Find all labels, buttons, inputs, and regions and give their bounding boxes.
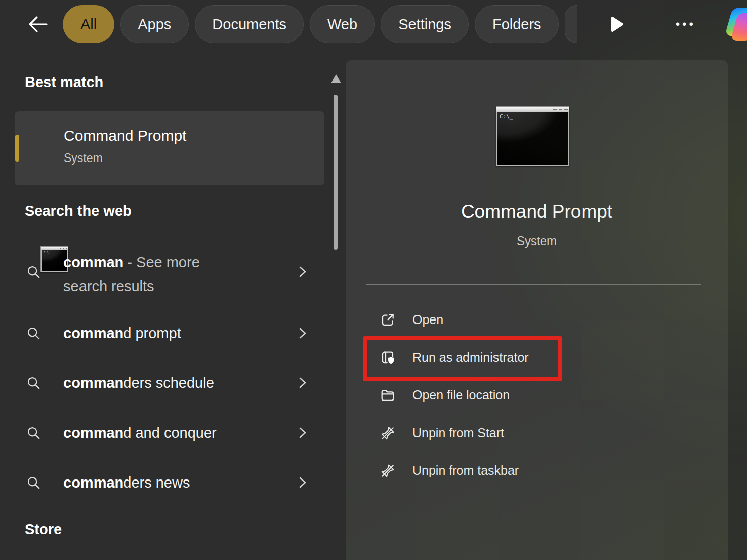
search-icon bbox=[26, 375, 41, 390]
scrollbar-thumb[interactable] bbox=[334, 95, 338, 250]
filter-tab-clipped[interactable] bbox=[565, 5, 577, 43]
play-icon bbox=[606, 14, 626, 34]
action-unpin-from-taskbar[interactable]: Unpin from taskbar bbox=[346, 452, 728, 490]
cmd-icon-titlebar bbox=[496, 107, 569, 112]
back-button[interactable] bbox=[27, 13, 50, 35]
unpin-icon bbox=[380, 425, 397, 441]
filter-tab-all[interactable]: All bbox=[63, 5, 114, 43]
search-icon bbox=[26, 264, 41, 279]
result-preview-panel: C:\_ Command Prompt System Open bbox=[346, 60, 728, 560]
copilot-ribbon-icon bbox=[724, 6, 747, 43]
action-unpin-from-start[interactable]: Unpin from Start bbox=[346, 414, 728, 452]
folder-icon bbox=[380, 387, 397, 404]
copilot-logo-icon[interactable] bbox=[724, 6, 747, 43]
unpin-icon bbox=[380, 463, 397, 479]
web-suggestion-command-and-conquer[interactable]: command and conquer bbox=[26, 418, 308, 448]
search-the-web-heading: Search the web bbox=[25, 203, 132, 219]
cmd-icon-screen: C:\_ bbox=[497, 112, 568, 165]
chevron-right-icon bbox=[297, 375, 308, 390]
action-label: Open bbox=[412, 312, 443, 327]
chevron-right-icon bbox=[297, 475, 308, 490]
more-options-button[interactable]: ••• bbox=[676, 17, 696, 31]
action-list: Open Run as administrator Open file bbox=[346, 301, 728, 490]
web-suggestion-see-more[interactable]: comman - See more search results bbox=[26, 249, 308, 304]
best-match-heading: Best match bbox=[25, 74, 103, 91]
scrollbar-up-arrow[interactable] bbox=[331, 74, 341, 83]
preview-app-subtitle: System bbox=[346, 234, 728, 248]
filter-tab-settings[interactable]: Settings bbox=[381, 5, 469, 43]
best-match-title: Command Prompt bbox=[64, 127, 186, 144]
admin-shield-icon bbox=[380, 350, 397, 366]
web-suggestion-command-prompt[interactable]: command prompt bbox=[26, 318, 308, 348]
chevron-right-icon bbox=[297, 326, 308, 341]
divider bbox=[366, 284, 701, 285]
search-icon bbox=[26, 326, 41, 341]
suggestion-label: command and conquer bbox=[63, 425, 217, 441]
search-icon bbox=[26, 425, 41, 440]
action-open-file-location[interactable]: Open file location bbox=[346, 376, 728, 414]
selection-accent-bar bbox=[15, 135, 19, 162]
best-match-result[interactable]: C:\_ Command Prompt System bbox=[15, 111, 324, 185]
suggestion-label: command prompt bbox=[63, 325, 181, 342]
arrow-left-icon bbox=[27, 13, 50, 35]
web-suggestion-commanders-schedule[interactable]: commanders schedule bbox=[26, 368, 308, 398]
search-filter-bar: All Apps Documents Web Settings Folders … bbox=[63, 5, 747, 43]
search-icon bbox=[26, 475, 41, 490]
action-open[interactable]: Open bbox=[346, 301, 728, 339]
suggestion-label: comman - See more search results bbox=[63, 250, 214, 298]
filter-tab-apps[interactable]: Apps bbox=[120, 5, 189, 43]
cmd-prompt-glyph: C:\_ bbox=[500, 113, 513, 120]
action-run-as-administrator[interactable]: Run as administrator bbox=[346, 339, 728, 376]
action-label: Unpin from taskbar bbox=[412, 463, 519, 478]
suggestion-label: commanders schedule bbox=[63, 375, 214, 391]
action-label: Open file location bbox=[412, 388, 510, 403]
action-label: Unpin from Start bbox=[412, 426, 504, 440]
web-suggestion-commanders-news[interactable]: commanders news bbox=[26, 467, 308, 498]
chevron-right-icon bbox=[297, 264, 308, 279]
store-heading: Store bbox=[25, 521, 62, 538]
command-prompt-icon-large: C:\_ bbox=[496, 106, 569, 166]
open-external-icon bbox=[380, 312, 397, 328]
filter-tab-web[interactable]: Web bbox=[310, 5, 375, 43]
best-match-subtitle: System bbox=[64, 151, 103, 165]
expand-filters-button[interactable] bbox=[606, 14, 626, 34]
suggestion-label: commanders news bbox=[63, 474, 190, 491]
preview-app-title: Command Prompt bbox=[346, 201, 728, 222]
filter-tab-folders[interactable]: Folders bbox=[475, 5, 559, 43]
filter-tab-documents[interactable]: Documents bbox=[195, 5, 304, 43]
action-label: Run as administrator bbox=[412, 350, 529, 365]
chevron-right-icon bbox=[297, 425, 308, 440]
